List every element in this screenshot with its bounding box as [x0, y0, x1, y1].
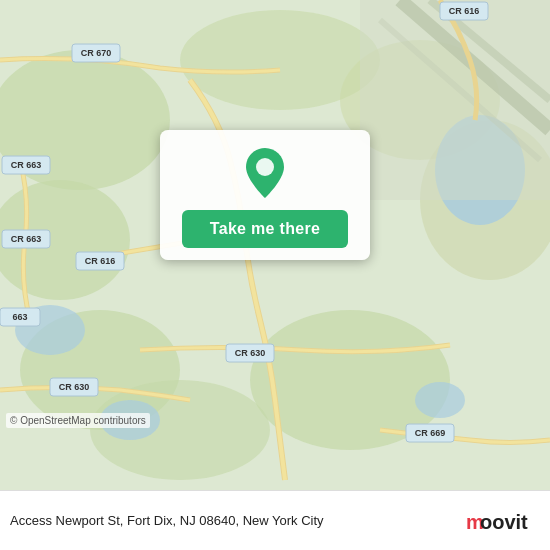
svg-text:663: 663	[12, 312, 27, 322]
moovit-logo-svg: m oovit	[466, 507, 538, 535]
svg-text:CR 663: CR 663	[11, 234, 42, 244]
svg-text:CR 669: CR 669	[415, 428, 446, 438]
info-bar: Access Newport St, Fort Dix, NJ 08640, N…	[0, 490, 550, 550]
svg-text:CR 630: CR 630	[235, 348, 266, 358]
svg-text:CR 630: CR 630	[59, 382, 90, 392]
take-me-there-button[interactable]: Take me there	[182, 210, 348, 248]
svg-text:oovit: oovit	[480, 511, 528, 533]
moovit-logo: m oovit	[466, 507, 538, 535]
svg-text:CR 663: CR 663	[11, 160, 42, 170]
svg-point-12	[415, 382, 465, 418]
svg-text:CR 670: CR 670	[81, 48, 112, 58]
svg-text:CR 616: CR 616	[449, 6, 480, 16]
svg-text:CR 616: CR 616	[85, 256, 116, 266]
address-text: Access Newport St, Fort Dix, NJ 08640, N…	[10, 513, 466, 528]
map-container: CR 616 CR 670 CR 663 CR 663 663 CR 616 C…	[0, 0, 550, 490]
popup-card: Take me there	[160, 130, 370, 260]
map-pin-icon	[243, 146, 287, 200]
svg-point-35	[256, 158, 274, 176]
map-credit: © OpenStreetMap contributors	[6, 413, 150, 428]
